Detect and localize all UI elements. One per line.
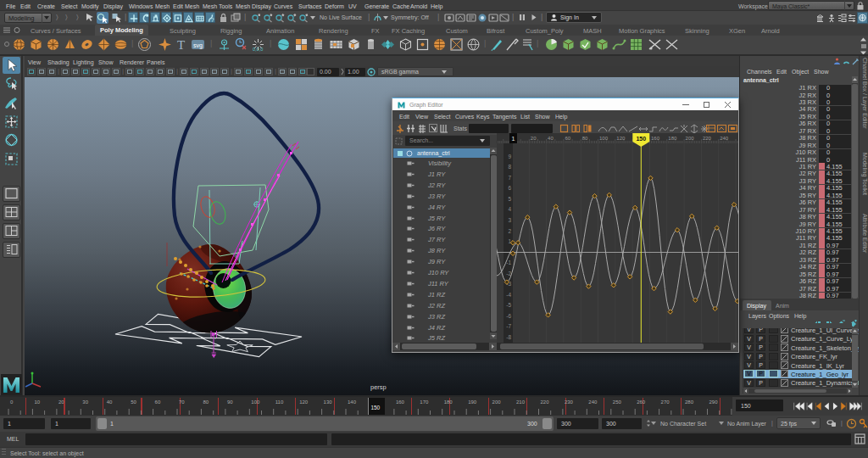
- svg-text:20: 20: [531, 136, 537, 141]
- svg-text:50: 50: [131, 399, 136, 405]
- svg-text:120: 120: [299, 399, 309, 405]
- svg-text:110: 110: [275, 399, 284, 405]
- svg-text:120: 120: [616, 136, 626, 141]
- svg-text:persp: persp: [370, 383, 387, 391]
- svg-text:250: 250: [613, 399, 622, 405]
- svg-text:270: 270: [661, 399, 670, 405]
- svg-text:T: T: [177, 38, 185, 52]
- svg-text:150: 150: [636, 136, 646, 142]
- svg-text:6: 6: [508, 185, 511, 191]
- svg-text:3: 3: [508, 217, 511, 223]
- svg-text:180: 180: [444, 399, 453, 405]
- svg-text:200: 200: [686, 136, 695, 141]
- svg-text:40: 40: [548, 136, 554, 141]
- svg-text:70: 70: [179, 399, 185, 405]
- svg-text:220: 220: [541, 399, 550, 405]
- svg-text:0: 0: [10, 399, 14, 405]
- svg-text:0,0,0: 0,0,0: [253, 47, 263, 52]
- svg-text:230: 230: [565, 399, 574, 405]
- svg-text:9: 9: [508, 154, 511, 159]
- svg-text:10: 10: [34, 399, 40, 405]
- svg-text:90: 90: [227, 399, 233, 405]
- svg-text:-7: -7: [506, 323, 511, 329]
- svg-text:130: 130: [324, 399, 333, 405]
- svg-text:8: 8: [508, 164, 511, 170]
- svg-text:2: 2: [508, 228, 511, 234]
- svg-text:-5: -5: [506, 302, 511, 308]
- svg-text:5: 5: [508, 196, 511, 202]
- svg-text:40: 40: [107, 399, 113, 405]
- svg-text:60: 60: [565, 136, 570, 141]
- svg-text:160: 160: [651, 136, 660, 141]
- svg-text:240: 240: [588, 399, 598, 405]
- svg-text:-4: -4: [506, 292, 511, 298]
- svg-text:100: 100: [599, 136, 609, 141]
- svg-text:170: 170: [420, 399, 429, 405]
- svg-text:240: 240: [720, 136, 729, 141]
- svg-text:80: 80: [582, 136, 588, 141]
- svg-text:260: 260: [637, 399, 646, 405]
- svg-text:220: 220: [703, 136, 712, 141]
- svg-text:svg: svg: [193, 42, 203, 49]
- svg-text:4: 4: [508, 206, 511, 212]
- svg-text:140: 140: [348, 399, 357, 405]
- svg-text:-6: -6: [506, 313, 511, 319]
- svg-text:?: ?: [211, 16, 214, 24]
- svg-text:180: 180: [668, 136, 677, 141]
- svg-text:280: 280: [685, 399, 694, 405]
- svg-text:-8: -8: [506, 334, 511, 340]
- svg-text:100: 100: [251, 399, 260, 405]
- svg-text:1: 1: [512, 136, 515, 142]
- svg-text:190: 190: [468, 399, 477, 405]
- svg-text:60: 60: [155, 399, 161, 405]
- svg-text:200: 200: [492, 399, 502, 405]
- svg-text:210: 210: [516, 399, 526, 405]
- svg-text:290: 290: [709, 399, 719, 405]
- svg-text:80: 80: [203, 399, 209, 405]
- svg-text:160: 160: [396, 399, 405, 405]
- svg-text:20: 20: [58, 399, 64, 405]
- svg-text:7: 7: [508, 175, 511, 181]
- svg-text:30: 30: [82, 399, 88, 405]
